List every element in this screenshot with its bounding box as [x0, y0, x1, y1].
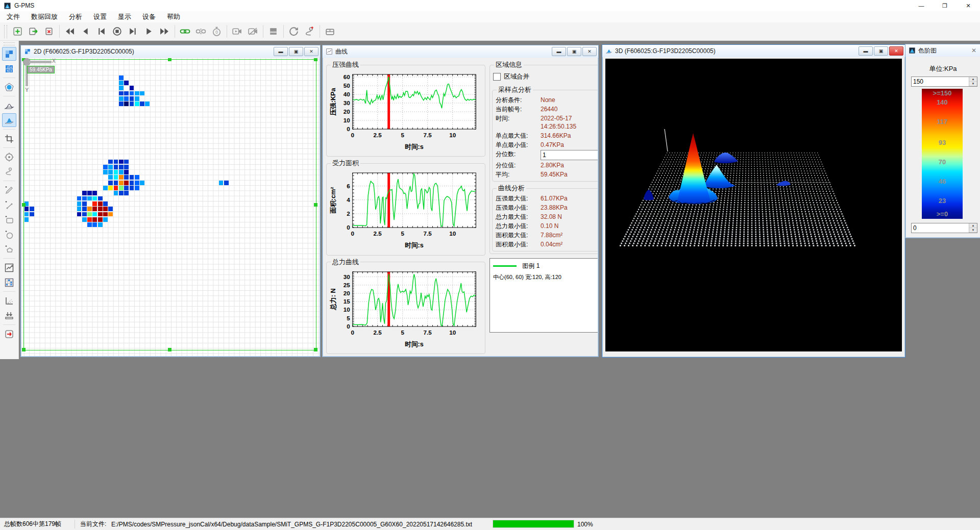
3d-minimize-button[interactable]: ▬ [859, 46, 873, 56]
minimize-button[interactable]: — [910, 0, 933, 11]
workspace-button[interactable] [322, 24, 338, 39]
colormap-min-spinner[interactable]: ▲▼ [911, 223, 977, 233]
colormap-close-button[interactable]: ✕ [971, 47, 976, 54]
pressure-map-grid[interactable]: X Y 59.45KPa [21, 58, 320, 356]
curves-minimize-button[interactable]: ▬ [552, 47, 566, 56]
stop-button[interactable] [109, 24, 125, 39]
timer-button[interactable]: 0 [209, 24, 225, 39]
2d-close-button[interactable]: ✕ [304, 47, 318, 56]
fast-forward-button[interactable] [157, 24, 173, 39]
app-logo-icon [4, 2, 11, 10]
menu-item[interactable]: 设置 [88, 11, 112, 23]
selection-handle[interactable] [22, 203, 26, 207]
route-pin-button[interactable] [302, 24, 317, 39]
display-button[interactable] [265, 24, 281, 39]
colormap-titlebar[interactable]: 色阶图 ✕ [905, 44, 980, 57]
step-back-icon [80, 26, 91, 37]
2d-minimize-button[interactable]: ▬ [274, 47, 288, 56]
add-line-button[interactable] [2, 198, 16, 212]
add-polygon-button[interactable] [2, 242, 16, 256]
colormap-min-down-icon[interactable]: ▼ [969, 228, 977, 233]
window-2d-titlebar[interactable]: 2D (F606025:G-F1P3D2205C00005) ▬ ▣ ✕ [21, 45, 320, 58]
trace-route-button[interactable] [2, 165, 16, 179]
center-target-button[interactable] [2, 150, 16, 164]
delete-file-button[interactable] [41, 24, 57, 39]
total-force-chart[interactable]: 02.557.510051015202530时间:s总力: N [329, 268, 483, 349]
3d-close-button[interactable]: ✕ [889, 46, 903, 56]
selection-handle[interactable] [22, 348, 26, 351]
selection-handle[interactable] [314, 348, 317, 351]
quantile-spinner[interactable]: ▲ ▼ [541, 150, 598, 160]
exit-red-button[interactable] [2, 327, 16, 341]
go-first-button[interactable] [93, 24, 109, 39]
view-digital-button[interactable]: 2453 [2, 62, 16, 75]
rewind-button[interactable] [62, 24, 78, 39]
region-merge-checkbox[interactable] [493, 73, 501, 81]
selection-handle[interactable] [168, 348, 172, 351]
sampling-rows-after: 分位值:2.80KPa平均:59.45KPa [495, 161, 598, 179]
play-button[interactable] [141, 24, 157, 39]
menu-item[interactable]: 帮助 [161, 11, 186, 23]
record-off-button[interactable] [245, 24, 261, 39]
chart-view-button[interactable] [2, 261, 16, 274]
colormap-max-up-icon[interactable]: ▲ [969, 77, 977, 82]
colormap-min-up-icon[interactable]: ▲ [969, 223, 977, 228]
view-3d-wire-button[interactable] [2, 98, 16, 112]
colormap-max-spinner[interactable]: ▲▼ [911, 77, 977, 87]
refresh-button[interactable] [286, 24, 302, 39]
selection-handle[interactable] [314, 58, 317, 61]
add-circle-button[interactable] [2, 228, 16, 241]
angle-fan-button[interactable] [2, 294, 16, 308]
crop-button[interactable] [2, 132, 16, 145]
menu-item[interactable]: 数据回放 [26, 11, 63, 23]
draw-pencil-button[interactable] [2, 183, 16, 197]
pressure-ridge [714, 153, 738, 163]
curves-close-button[interactable]: ✕ [582, 47, 597, 56]
export-file-button[interactable] [26, 24, 41, 39]
toolbar-grip[interactable] [4, 25, 7, 38]
add-rect-button[interactable] [2, 213, 16, 226]
2d-maximize-button[interactable]: ▣ [289, 47, 303, 56]
close-button[interactable]: ✕ [957, 0, 980, 11]
window-curves-titlebar[interactable]: 曲线 ▬ ▣ ✕ [323, 45, 598, 58]
force-area-chart[interactable]: 02.557.5100246时间:s面积:cm² [329, 169, 483, 250]
menu-item[interactable]: 设备 [137, 11, 161, 23]
step-back-button[interactable] [78, 24, 93, 39]
pressure-curve-chart[interactable]: 02.557.5100102030405060时间:s压强:KPa [329, 70, 483, 152]
new-file-button[interactable] [10, 24, 26, 39]
press-load-button[interactable] [2, 309, 16, 322]
color-scale-bar: >=15014011793704623>=0 [922, 89, 963, 219]
unlink-button[interactable] [193, 24, 209, 39]
curves-maximize-button[interactable]: ▣ [567, 47, 581, 56]
menu-item[interactable]: 分析 [63, 11, 88, 23]
3d-maximize-button[interactable]: ▣ [874, 46, 888, 56]
selection-handle[interactable] [168, 58, 172, 61]
view-2d-button[interactable] [2, 47, 16, 61]
average-pressure-tag[interactable]: 59.45KPa [27, 66, 55, 73]
quantile-input[interactable] [541, 150, 598, 160]
current-file-label: 当前文件: [80, 518, 106, 530]
restore-button[interactable]: ❐ [933, 0, 957, 11]
record-play-button[interactable] [229, 24, 245, 39]
menu-item[interactable]: 文件 [1, 11, 26, 23]
selection-handle[interactable] [314, 203, 317, 207]
menu-item[interactable]: 显示 [112, 11, 137, 23]
colormap-max-input[interactable] [912, 77, 969, 86]
selection-rectangle[interactable] [23, 59, 316, 350]
link-button[interactable] [177, 24, 193, 39]
view-3d-solid-button[interactable] [2, 113, 16, 127]
record-off-icon [248, 26, 258, 37]
svg-text:7.5: 7.5 [424, 329, 432, 335]
go-last-button[interactable] [125, 24, 141, 39]
time-cursor[interactable] [387, 173, 390, 228]
3d-viewport[interactable] [605, 59, 902, 351]
window-3d-titlebar[interactable]: 3D (F606025:G-F1P3D2205C00005) ▬ ▣ ✕ [602, 45, 905, 57]
link-icon [180, 26, 190, 37]
view-region-button[interactable] [2, 80, 16, 94]
matrix-view-button[interactable] [2, 275, 16, 289]
left-toolbar-grip[interactable] [4, 42, 15, 45]
info-row: 压强最大值:61.07KPa [495, 194, 598, 203]
colormap-max-down-icon[interactable]: ▼ [969, 82, 977, 86]
colormap-min-input[interactable] [912, 223, 969, 233]
svg-text:0: 0 [351, 230, 355, 237]
